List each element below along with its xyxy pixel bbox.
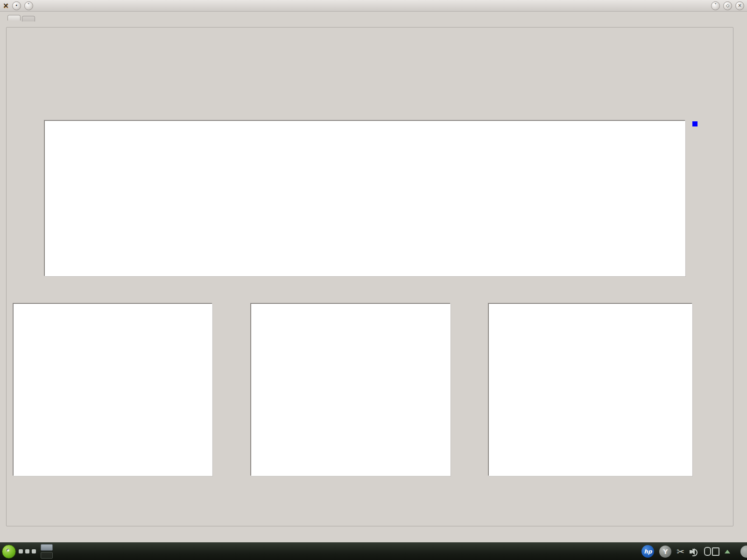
legend-item — [692, 121, 701, 127]
constellation-plot — [488, 303, 692, 476]
system-tray: hp Y ✂ — [641, 545, 745, 558]
hp-tray-icon[interactable]: hp — [641, 545, 654, 558]
app-icon[interactable]: × — [3, 1, 9, 10]
panel-dot[interactable] — [25, 549, 29, 553]
sticky-button[interactable]: • — [12, 1, 21, 10]
klipper-icon[interactable]: ✂ — [677, 546, 684, 557]
app-launcher-button[interactable] — [2, 545, 16, 559]
baseband-spectrum-plot — [251, 303, 451, 476]
show-desktop-icon[interactable] — [740, 546, 747, 558]
titlebar-right-controls: ˅ ◇ × — [711, 1, 744, 10]
baseband-spectrum-canvas — [251, 304, 450, 476]
tab-table[interactable] — [22, 16, 35, 21]
main-fft-canvas — [45, 121, 685, 276]
device-status-icon[interactable] — [704, 547, 719, 556]
minimize-button[interactable]: ˅ — [711, 1, 720, 10]
shade-button[interactable]: ˄ — [24, 1, 33, 10]
if-spectrum-canvas — [14, 304, 212, 476]
panel-dot[interactable] — [32, 549, 36, 553]
taskbar: hp Y ✂ — [0, 542, 747, 560]
main-plot-legend — [692, 121, 701, 127]
panel-dots[interactable] — [19, 549, 36, 553]
desktop-2[interactable] — [41, 552, 53, 559]
main-fft-plot — [44, 120, 685, 276]
if-spectrum-plot — [13, 303, 212, 476]
desktop-1[interactable] — [41, 544, 53, 551]
volume-icon[interactable] — [690, 547, 699, 556]
maximize-button[interactable]: ◇ — [723, 1, 732, 10]
tab-graphs[interactable] — [7, 15, 21, 21]
legend-swatch — [692, 121, 698, 126]
close-button[interactable]: × — [735, 1, 744, 10]
tab-bar — [7, 16, 36, 21]
yakuake-tray-icon[interactable]: Y — [659, 546, 671, 558]
window-titlebar: × • ˄ ˅ ◇ × — [0, 0, 747, 12]
desktop-screen: × • ˄ ˅ ◇ × — [0, 0, 747, 560]
panel-dot[interactable] — [19, 549, 23, 553]
titlebar-left-controls: × • ˄ — [3, 1, 33, 10]
constellation-canvas — [489, 304, 692, 476]
tray-expand-arrow[interactable] — [725, 550, 730, 553]
virtual-desktop-pager[interactable] — [41, 544, 53, 559]
